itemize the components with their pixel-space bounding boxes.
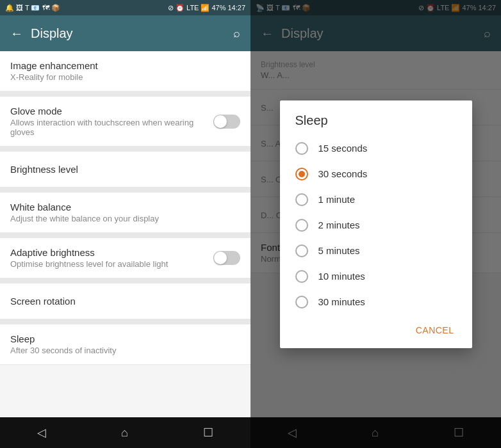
- adaptive-brightness-title: Adaptive brightness: [10, 247, 213, 258]
- brightness-level-title: Brightness level: [10, 164, 240, 175]
- adaptive-brightness-toggle[interactable]: [213, 251, 240, 265]
- white-balance-title: White balance: [10, 202, 240, 212]
- radio-circle-30m: [295, 296, 308, 308]
- radio-30-seconds[interactable]: 30 seconds: [280, 161, 472, 187]
- sleep-text: Sleep After 30 seconds of inactivity: [10, 333, 240, 355]
- screen-rotation-item[interactable]: Screen rotation: [0, 284, 250, 319]
- radio-label-30m: 30 minutes: [318, 296, 365, 307]
- cancel-button[interactable]: CANCEL: [408, 320, 462, 340]
- white-balance-subtitle: Adjust the white balance on your display: [10, 214, 240, 223]
- left-status-bar: 🔔 🖼 T 📧 🗺 📦 ⊘ ⏰ LTE 📶 47% 14:27: [0, 0, 250, 15]
- screen-rotation-title: Screen rotation: [10, 296, 240, 307]
- sleep-item[interactable]: Sleep After 30 seconds of inactivity: [0, 324, 250, 365]
- left-system-icons: ⊘ ⏰ LTE 📶 47% 14:27: [168, 4, 245, 12]
- radio-circle-1m: [295, 193, 308, 206]
- radio-circle-30: [295, 168, 308, 180]
- image-enhancement-text: Image enhancement X-Reality for mobile: [10, 60, 240, 82]
- glove-mode-item[interactable]: Glove mode Allows interaction with touch…: [0, 97, 250, 147]
- divider-6: [0, 319, 250, 324]
- no-sim-icon: ⊘: [168, 4, 174, 12]
- notification-icons: 🔔 🖼 T 📧 🗺 📦: [5, 4, 60, 12]
- image-enhancement-subtitle: X-Reality for mobile: [10, 72, 240, 82]
- left-toolbar-title: Display: [31, 26, 226, 41]
- battery-icon: 47%: [211, 4, 226, 12]
- radio-label-30: 30 seconds: [318, 168, 368, 179]
- brightness-level-text: Brightness level: [10, 164, 240, 175]
- left-settings-list: Image enhancement X-Reality for mobile G…: [0, 51, 250, 417]
- image-enhancement-item[interactable]: Image enhancement X-Reality for mobile: [0, 51, 250, 92]
- clock-icon: ⏰: [176, 4, 185, 12]
- glove-mode-subtitle: Allows interaction with touchscreen when…: [10, 118, 213, 137]
- brightness-level-item[interactable]: Brightness level: [0, 152, 250, 188]
- sleep-subtitle: After 30 seconds of inactivity: [10, 346, 240, 355]
- left-back-nav[interactable]: ◁: [22, 420, 62, 445]
- radio-label-1m: 1 minute: [318, 194, 356, 205]
- radio-5-minutes[interactable]: 5 minutes: [280, 238, 472, 264]
- radio-label-10m: 10 minutes: [318, 271, 365, 282]
- divider-2: [0, 147, 250, 152]
- left-status-icons: 🔔 🖼 T 📧 🗺 📦: [5, 4, 60, 12]
- radio-1-minute[interactable]: 1 minute: [280, 187, 472, 212]
- glove-mode-toggle[interactable]: [213, 115, 240, 129]
- adaptive-brightness-subtitle: Optimise brightness level for available …: [10, 259, 213, 269]
- right-panel: 📡 🖼 T 📧 🗺 📦 ⊘ ⏰ LTE 📶 47% 14:27 ← Displa…: [250, 0, 501, 448]
- radio-label-5m: 5 minutes: [318, 245, 360, 256]
- left-home-nav[interactable]: ⌂: [106, 421, 144, 445]
- image-enhancement-title: Image enhancement: [10, 60, 240, 71]
- left-recents-nav[interactable]: ☐: [188, 420, 229, 445]
- radio-label-15: 15 seconds: [318, 143, 368, 154]
- left-toolbar: ← Display ⌕: [0, 15, 250, 51]
- white-balance-text: White balance Adjust the white balance o…: [10, 202, 240, 223]
- divider-3: [0, 188, 250, 193]
- radio-10-minutes[interactable]: 10 minutes: [280, 264, 472, 289]
- left-back-button[interactable]: ←: [10, 26, 23, 41]
- dialog-overlay: Sleep 15 seconds 30 seconds 1 minute 2 m…: [250, 0, 501, 448]
- left-nav-bar: ◁ ⌂ ☐: [0, 417, 250, 448]
- left-search-button[interactable]: ⌕: [233, 27, 240, 40]
- screen-rotation-text: Screen rotation: [10, 296, 240, 307]
- divider-1: [0, 92, 250, 97]
- radio-circle-5m: [295, 244, 308, 257]
- adaptive-brightness-item[interactable]: Adaptive brightness Optimise brightness …: [0, 238, 250, 278]
- sleep-dialog: Sleep 15 seconds 30 seconds 1 minute 2 m…: [280, 100, 472, 348]
- left-time: 14:27: [227, 4, 245, 12]
- glove-mode-title: Glove mode: [10, 106, 213, 116]
- divider-5: [0, 278, 250, 284]
- glove-mode-text: Glove mode Allows interaction with touch…: [10, 106, 213, 137]
- radio-15-seconds[interactable]: 15 seconds: [280, 136, 472, 161]
- signal-icon: 📶: [201, 4, 209, 12]
- dialog-title: Sleep: [280, 100, 472, 136]
- lte-icon: LTE: [186, 4, 199, 12]
- white-balance-item[interactable]: White balance Adjust the white balance o…: [0, 193, 250, 233]
- radio-2-minutes[interactable]: 2 minutes: [280, 212, 472, 238]
- radio-30-minutes[interactable]: 30 minutes: [280, 289, 472, 315]
- radio-label-2m: 2 minutes: [318, 220, 360, 230]
- dialog-actions: CANCEL: [280, 315, 472, 348]
- left-panel: 🔔 🖼 T 📧 🗺 📦 ⊘ ⏰ LTE 📶 47% 14:27 ← Displa…: [0, 0, 250, 448]
- adaptive-brightness-text: Adaptive brightness Optimise brightness …: [10, 247, 213, 269]
- radio-circle-10m: [295, 270, 308, 283]
- sleep-title: Sleep: [10, 333, 240, 344]
- divider-4: [0, 233, 250, 238]
- radio-circle-2m: [295, 219, 308, 232]
- radio-circle-15: [295, 142, 308, 155]
